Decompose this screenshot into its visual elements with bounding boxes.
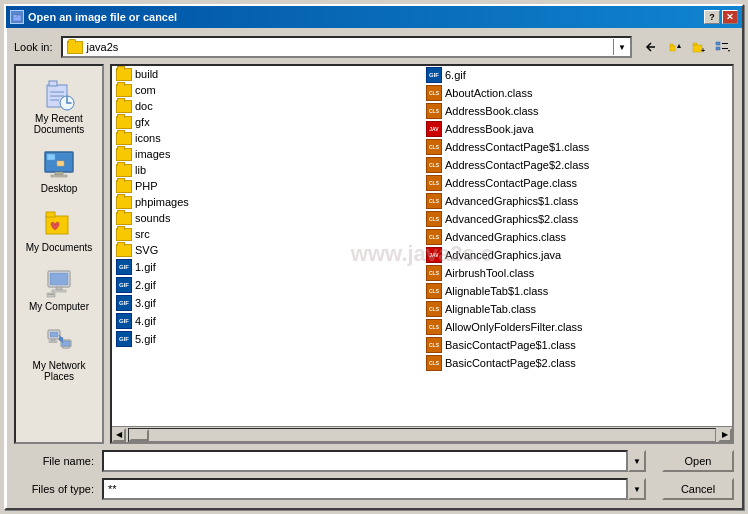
file-name: 1.gif	[135, 261, 156, 273]
svg-rect-27	[50, 273, 68, 285]
class-icon: CLS	[426, 85, 442, 101]
new-folder-button[interactable]: +	[688, 36, 710, 58]
list-item[interactable]: com	[112, 82, 422, 98]
file-name: AdvancedGraphics.class	[445, 231, 566, 243]
file-name: BasicContactPage$2.class	[445, 357, 576, 369]
sidebar-item-mydocs[interactable]: My Documents	[19, 203, 99, 258]
svg-rect-35	[49, 341, 57, 343]
list-item[interactable]: icons	[112, 130, 422, 146]
file-name-combo-arrow[interactable]: ▼	[628, 450, 646, 472]
combo-arrow-icon[interactable]: ▼	[618, 43, 626, 52]
svg-rect-31	[48, 294, 54, 295]
cancel-button[interactable]: Cancel	[662, 478, 734, 500]
gif-icon: GIF	[116, 295, 132, 311]
list-item[interactable]: gfx	[112, 114, 422, 130]
list-item[interactable]: GIF2.gif	[112, 276, 422, 294]
list-item[interactable]: CLSAddressBook.class	[422, 102, 732, 120]
file-name: AdvancedGraphics.java	[445, 249, 561, 261]
folder-icon	[116, 148, 132, 161]
toolbar-row: Look in: java2s ▼	[14, 36, 734, 58]
file-name: lib	[135, 164, 146, 176]
file-name: com	[135, 84, 156, 96]
dialog-content: Look in: java2s ▼	[6, 28, 742, 508]
list-item[interactable]: CLSAdvancedGraphics$1.class	[422, 192, 732, 210]
files-of-type-input[interactable]	[102, 478, 628, 500]
files-of-type-combo: ▼	[102, 478, 646, 500]
mycomputer-icon	[43, 267, 75, 299]
svg-rect-20	[55, 172, 63, 175]
open-button[interactable]: Open	[662, 450, 734, 472]
help-button[interactable]: ?	[704, 10, 720, 24]
file-name: icons	[135, 132, 161, 144]
folder-icon	[116, 116, 132, 129]
scroll-thumb[interactable]	[129, 429, 149, 441]
list-item[interactable]: sounds	[112, 210, 422, 226]
sidebar-item-mycomputer[interactable]: My Computer	[19, 262, 99, 317]
list-item[interactable]: CLSBasicContactPage$2.class	[422, 354, 732, 372]
list-item[interactable]: CLSAddressContactPage$1.class	[422, 138, 732, 156]
class-icon: CLS	[426, 319, 442, 335]
recent-icon	[43, 79, 75, 111]
file-name: AlignableTab.class	[445, 303, 536, 315]
file-column-right: GIF6.gifCLSAboutAction.classCLSAddressBo…	[422, 66, 732, 426]
list-item[interactable]: CLSAlignableTab$1.class	[422, 282, 732, 300]
list-item[interactable]: src	[112, 226, 422, 242]
list-item[interactable]: CLSAdvancedGraphics.class	[422, 228, 732, 246]
back-button[interactable]	[640, 36, 662, 58]
list-item[interactable]: JAVAdvancedGraphics.java	[422, 246, 732, 264]
list-item[interactable]: lib	[112, 162, 422, 178]
list-item[interactable]: CLSAddressContactPage.class	[422, 174, 732, 192]
folder-icon	[116, 212, 132, 225]
scroll-right-button[interactable]: ▶	[718, 428, 732, 442]
up-button[interactable]	[664, 36, 686, 58]
list-item[interactable]: CLSAirbrushTool.class	[422, 264, 732, 282]
combo-separator	[613, 39, 614, 55]
svg-rect-33	[50, 332, 58, 337]
list-item[interactable]: CLSAlignableTab.class	[422, 300, 732, 318]
class-icon: CLS	[426, 337, 442, 353]
list-item[interactable]: GIF6.gif	[422, 66, 732, 84]
sidebar-item-network[interactable]: My NetworkPlaces	[19, 321, 99, 387]
folder-icon	[116, 84, 132, 97]
horizontal-scrollbar: ◀ ▶	[112, 426, 732, 442]
view-button[interactable]	[712, 36, 734, 58]
list-item[interactable]: GIF5.gif	[112, 330, 422, 348]
svg-rect-8	[716, 42, 720, 45]
title-bar-left: Open an image file or cancel	[10, 10, 177, 24]
open-button-container: Open	[662, 450, 734, 472]
file-name: AddressBook.java	[445, 123, 534, 135]
list-item[interactable]: SVG	[112, 242, 422, 258]
list-item[interactable]: JAVAddressBook.java	[422, 120, 732, 138]
list-item[interactable]: doc	[112, 98, 422, 114]
file-name: AddressBook.class	[445, 105, 539, 117]
list-item[interactable]: phpimages	[112, 194, 422, 210]
list-item[interactable]: GIF4.gif	[112, 312, 422, 330]
file-name: 6.gif	[445, 69, 466, 81]
list-item[interactable]: CLSBasicContactPage$1.class	[422, 336, 732, 354]
title-bar-buttons: ? ✕	[704, 10, 738, 24]
class-icon: CLS	[426, 229, 442, 245]
files-of-type-label: Files of type:	[14, 483, 94, 495]
file-name: AdvancedGraphics$2.class	[445, 213, 578, 225]
list-item[interactable]: build	[112, 66, 422, 82]
list-item[interactable]: CLSAdvancedGraphics$2.class	[422, 210, 732, 228]
file-type-row: Files of type: ▼ Cancel	[14, 478, 734, 500]
sidebar-item-desktop[interactable]: Desktop	[19, 144, 99, 199]
scroll-left-button[interactable]: ◀	[112, 428, 126, 442]
list-item[interactable]: CLSAddressContactPage$2.class	[422, 156, 732, 174]
list-item[interactable]: images	[112, 146, 422, 162]
sidebar-item-recent[interactable]: My RecentDocuments	[19, 74, 99, 140]
list-item[interactable]: GIF3.gif	[112, 294, 422, 312]
file-name-input[interactable]	[102, 450, 628, 472]
list-item[interactable]: CLSAboutAction.class	[422, 84, 732, 102]
list-item[interactable]: PHP	[112, 178, 422, 194]
list-item[interactable]: CLSAllowOnlyFoldersFilter.class	[422, 318, 732, 336]
files-of-type-combo-arrow[interactable]: ▼	[628, 478, 646, 500]
gif-icon: GIF	[116, 331, 132, 347]
close-button[interactable]: ✕	[722, 10, 738, 24]
look-in-combo[interactable]: java2s ▼	[61, 36, 632, 58]
list-item[interactable]: GIF1.gif	[112, 258, 422, 276]
file-name: BasicContactPage$1.class	[445, 339, 576, 351]
file-name: src	[135, 228, 150, 240]
scroll-track[interactable]	[128, 428, 716, 442]
